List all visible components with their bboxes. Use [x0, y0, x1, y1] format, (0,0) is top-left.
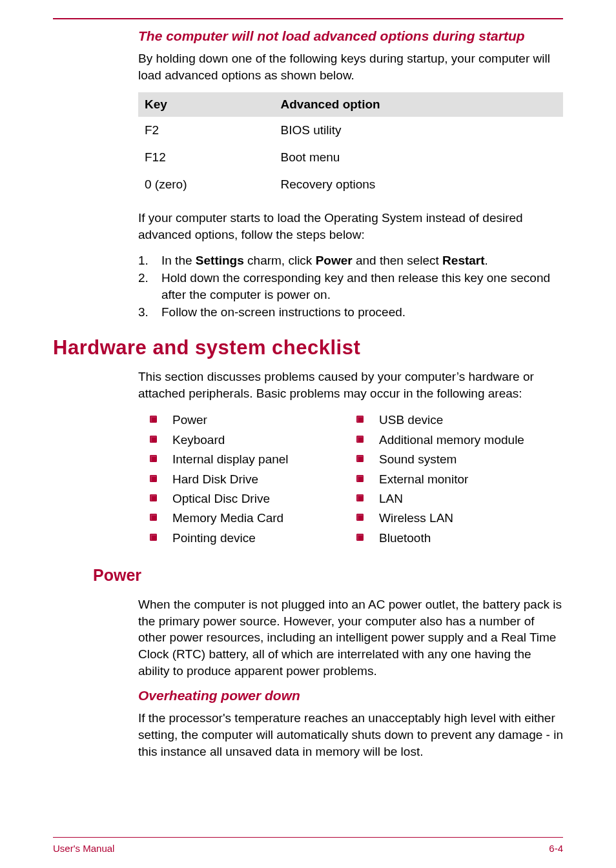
text-fragment: In the: [161, 254, 196, 267]
heading-startup-options: The computer will not load advanced opti…: [138, 28, 563, 44]
table-cell: F2: [138, 117, 274, 144]
page-footer: User's Manual 6-4: [53, 837, 563, 854]
list-item: Pointing device: [150, 529, 356, 548]
list-item: Power: [150, 410, 356, 430]
intro-paragraph: By holding down one of the following key…: [138, 50, 563, 83]
square-bullet-icon: [356, 475, 364, 482]
table-cell: Boot menu: [274, 144, 563, 171]
square-bullet-icon: [356, 494, 364, 501]
bold-text: Restart: [442, 254, 484, 267]
list-item: Hard Disk Drive: [150, 470, 356, 489]
list-item-label: Wireless LAN: [379, 509, 453, 528]
list-item-label: Additional memory module: [379, 430, 524, 450]
list-item-label: Sound system: [379, 450, 457, 469]
list-item-label: Internal display panel: [172, 450, 289, 469]
checklist-intro: This section discusses problems caused b…: [138, 368, 563, 401]
bold-text: Settings: [196, 254, 244, 267]
table-cell: Recovery options: [274, 171, 563, 198]
list-item-label: Bluetooth: [379, 529, 431, 548]
right-column: USB device Additional memory module Soun…: [356, 410, 563, 548]
text-fragment: charm, click: [244, 254, 316, 267]
square-bullet-icon: [150, 534, 157, 541]
list-item: Additional memory module: [356, 430, 563, 450]
list-item: LAN: [356, 489, 563, 509]
step-number: 1.: [138, 252, 161, 269]
heading-power: Power: [93, 566, 563, 585]
square-bullet-icon: [150, 436, 157, 443]
left-column: Power Keyboard Internal display panel Ha…: [150, 410, 356, 548]
table-header-row: Key Advanced option: [138, 92, 563, 117]
list-item: Internal display panel: [150, 450, 356, 469]
list-item-label: Power: [172, 410, 207, 430]
list-item-label: Pointing device: [172, 529, 256, 548]
left-list: Power Keyboard Internal display panel Ha…: [150, 410, 356, 548]
section-overheating: If the processor's temperature reaches a…: [138, 710, 563, 760]
steps-list: 1. In the Settings charm, click Power an…: [138, 252, 563, 321]
page-content: The computer will not load advanced opti…: [0, 19, 616, 760]
square-bullet-icon: [356, 534, 364, 541]
bold-text: Power: [316, 254, 353, 267]
list-item: Sound system: [356, 450, 563, 469]
power-paragraph: When the computer is not plugged into an…: [138, 596, 563, 679]
step-number: 2.: [138, 270, 161, 303]
list-item: External monitor: [356, 470, 563, 489]
square-bullet-icon: [356, 416, 364, 423]
list-item: Wireless LAN: [356, 509, 563, 528]
step-text: In the Settings charm, click Power and t…: [161, 252, 488, 269]
square-bullet-icon: [356, 514, 364, 521]
list-item: Keyboard: [150, 430, 356, 450]
list-item-label: Optical Disc Drive: [172, 489, 270, 509]
list-item-label: Memory Media Card: [172, 509, 283, 528]
table-row: F2 BIOS utility: [138, 117, 563, 144]
square-bullet-icon: [150, 514, 157, 521]
step-item: 3. Follow the on-screen instructions to …: [138, 304, 563, 321]
footer-left: User's Manual: [53, 843, 114, 854]
table-header-key: Key: [138, 92, 274, 117]
square-bullet-icon: [356, 455, 364, 462]
heading-overheating: Overheating power down: [138, 688, 563, 703]
list-item: Optical Disc Drive: [150, 489, 356, 509]
square-bullet-icon: [356, 436, 364, 443]
step-text: Follow the on-screen instructions to pro…: [161, 304, 406, 321]
list-item: USB device: [356, 410, 563, 430]
list-item: Bluetooth: [356, 529, 563, 548]
text-fragment: .: [485, 254, 488, 267]
checklist-columns: Power Keyboard Internal display panel Ha…: [150, 410, 563, 548]
table-header-option: Advanced option: [274, 92, 563, 117]
footer-right: 6-4: [549, 843, 563, 854]
list-item: Memory Media Card: [150, 509, 356, 528]
table-cell: F12: [138, 144, 274, 171]
after-table-paragraph: If your computer starts to load the Oper…: [138, 210, 563, 243]
square-bullet-icon: [150, 475, 157, 482]
overheating-paragraph: If the processor's temperature reaches a…: [138, 710, 563, 760]
table-row: F12 Boot menu: [138, 144, 563, 171]
list-item-label: External monitor: [379, 470, 468, 489]
section-startup-options: By holding down one of the following key…: [138, 50, 563, 321]
list-item-label: Hard Disk Drive: [172, 470, 258, 489]
square-bullet-icon: [150, 416, 157, 423]
list-item-label: USB device: [379, 410, 443, 430]
right-list: USB device Additional memory module Soun…: [356, 410, 563, 548]
section-power: When the computer is not plugged into an…: [138, 596, 563, 679]
list-item-label: Keyboard: [172, 430, 225, 450]
step-item: 1. In the Settings charm, click Power an…: [138, 252, 563, 269]
advanced-options-table: Key Advanced option F2 BIOS utility F12 …: [138, 92, 563, 198]
text-fragment: and then select: [353, 254, 442, 267]
step-number: 3.: [138, 304, 161, 321]
table-cell: BIOS utility: [274, 117, 563, 144]
square-bullet-icon: [150, 494, 157, 501]
step-text: Hold down the corresponding key and then…: [161, 270, 563, 303]
step-item: 2. Hold down the corresponding key and t…: [138, 270, 563, 303]
heading-hardware-checklist: Hardware and system checklist: [53, 336, 563, 359]
table-cell: 0 (zero): [138, 171, 274, 198]
table-row: 0 (zero) Recovery options: [138, 171, 563, 198]
section-hardware-checklist: This section discusses problems caused b…: [138, 368, 563, 548]
list-item-label: LAN: [379, 489, 403, 509]
square-bullet-icon: [150, 455, 157, 462]
